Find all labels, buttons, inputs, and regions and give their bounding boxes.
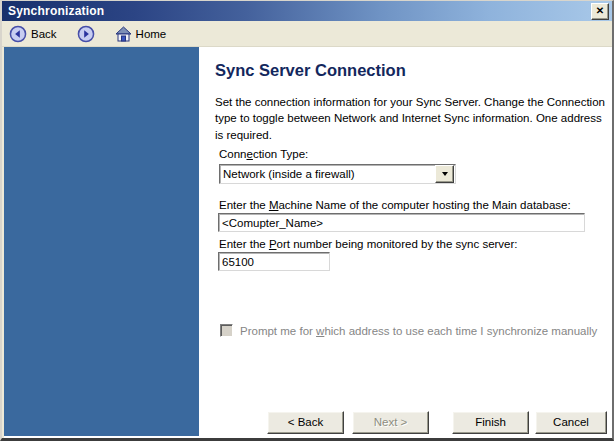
next-wizard-button: Next > [352, 411, 429, 434]
back-wizard-button[interactable]: < Back [267, 411, 344, 434]
home-button-label: Home [136, 28, 167, 40]
cancel-button[interactable]: Cancel [535, 411, 607, 434]
title-bar: Synchronization ✕ [2, 1, 612, 21]
home-icon [115, 26, 132, 42]
page-title: Sync Server Connection [215, 61, 406, 80]
back-button[interactable]: Back [9, 25, 57, 43]
prompt-checkbox-label: Prompt me for which address to use each … [240, 324, 597, 338]
port-number-input[interactable] [218, 252, 330, 271]
page-description: Set the connection information for your … [215, 94, 613, 143]
window-title: Synchronization [8, 4, 591, 18]
machine-name-label: Enter the Machine Name of the computer h… [219, 199, 571, 211]
home-button[interactable]: Home [115, 26, 167, 42]
connection-type-label: Connection Type: [219, 148, 308, 160]
navigation-toolbar: Back Home [2, 21, 612, 47]
finish-button[interactable]: Finish [452, 411, 529, 434]
forward-arrow-icon [77, 25, 95, 43]
chevron-down-icon [442, 172, 448, 176]
connection-type-dropdown[interactable]: Network (inside a firewall) [219, 164, 456, 184]
prompt-checkbox-row: Prompt me for which address to use each … [220, 324, 597, 338]
back-arrow-icon [9, 25, 27, 43]
forward-button[interactable] [77, 25, 95, 43]
prompt-checkbox [220, 324, 233, 337]
dialog-body: Sync Server Connection Set the connectio… [2, 47, 612, 439]
port-label: Enter the Port number being monitored by… [219, 238, 518, 250]
machine-name-input[interactable] [218, 213, 585, 232]
connection-type-value: Network (inside a firewall) [220, 168, 435, 180]
close-icon[interactable]: ✕ [591, 3, 609, 20]
back-button-label: Back [31, 28, 57, 40]
blue-sidebar-panel [4, 47, 199, 436]
dropdown-arrow-button[interactable] [435, 165, 454, 183]
synchronization-dialog: Synchronization ✕ Back Home [0, 0, 614, 441]
